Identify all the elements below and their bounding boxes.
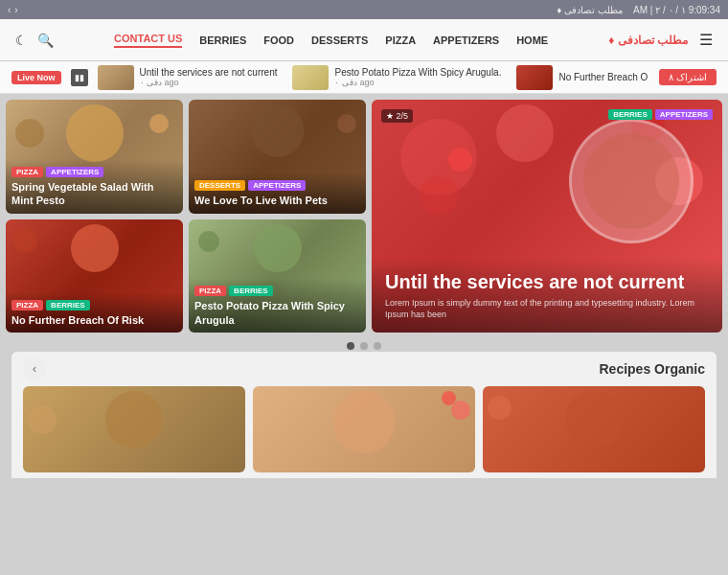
card-mid-1-title: We Love To Live With Pets: [194, 194, 360, 207]
food-decor: [13, 229, 37, 253]
nav-bar: ☾ 🔍 CONTACT US BERRIES FOOD DESSERTS PIZ…: [0, 19, 728, 61]
nav-contact-us[interactable]: CONTACT US: [114, 33, 182, 48]
food-decor: [251, 104, 304, 157]
card-left-2-tags: PIZZA BERRIES: [11, 300, 177, 310]
arrow-left-icon[interactable]: ‹: [8, 5, 11, 15]
right-featured-card[interactable]: ★ 2/5 BERRIES APPETIZERS Until the servi…: [372, 100, 722, 333]
recipe-card-3[interactable]: [483, 386, 705, 472]
top-bar: ‹ › 9:09:34 AM | ۲ / ۰ / ۱ مطلب تصادفی ♦: [0, 0, 728, 19]
card-left-2[interactable]: PIZZA BERRIES No Further Breach Of Risk: [6, 219, 183, 334]
live-item-3-content: No Further Breach O: [558, 72, 648, 82]
slider-dot-2[interactable]: [360, 342, 368, 350]
nav-appetizers[interactable]: APPETIZERS: [433, 34, 499, 46]
nav-food[interactable]: FOOD: [263, 34, 294, 46]
food-decor: [448, 148, 472, 172]
recipes-title: Recipes Organic: [600, 361, 706, 377]
nav-right-icons: مطلب تصادفی ♦ ☰: [608, 31, 713, 49]
recipe-card-1-visual: [23, 386, 245, 472]
live-item-3-text: No Further Breach O: [558, 72, 648, 82]
right-tag-appetizers: APPETIZERS: [655, 109, 713, 120]
moon-icon[interactable]: ☾: [15, 33, 28, 48]
recipe-card-2[interactable]: [253, 386, 475, 472]
food-decor: [66, 104, 124, 162]
recipe-card-2-visual: [253, 386, 475, 472]
live-item-2: Pesto Potato Pizza With Spicy Arugula. ۰…: [292, 65, 501, 90]
right-card-desc: Lorem Ipsum is simply dummy text of the …: [385, 297, 709, 321]
card-mid-2-title: Pesto Potato Pizza With Spicy Arugula: [194, 299, 360, 327]
food-decor: [420, 176, 458, 215]
live-item-2-text: Pesto Potato Pizza With Spicy Arugula.: [334, 67, 501, 78]
food-decor: [451, 401, 470, 420]
right-card-rating: ★ 2/5: [381, 109, 413, 123]
live-item-2-time: ۰ دقی ago: [334, 78, 501, 87]
slider-dot-3[interactable]: [374, 342, 381, 350]
recipes-header: ‹ Recipes Organic: [23, 357, 705, 380]
tag-berries-2: BERRIES: [46, 300, 90, 310]
nav-berries[interactable]: BERRIES: [199, 34, 246, 46]
food-decor: [333, 391, 396, 453]
recipes-grid: [23, 386, 705, 472]
arabic-nav-text: مطلب تصادفی ♦: [557, 5, 623, 15]
top-bar-arrows[interactable]: ‹ ›: [8, 5, 18, 15]
nav-pizza[interactable]: PIZZA: [385, 34, 416, 46]
search-icon[interactable]: 🔍: [37, 33, 54, 48]
food-decor: [488, 396, 512, 420]
right-card-overlay: Until the services are not current Lorem…: [372, 259, 722, 333]
pause-button[interactable]: ▮▮: [71, 69, 88, 86]
tag-pizza-3: PIZZA: [194, 286, 226, 296]
datetime-text: 9:09:34 AM | ۲ / ۰ / ۱: [633, 5, 720, 15]
card-left-1-title: Spring Vegetable Salad With Mint Pesto: [11, 180, 177, 208]
live-item-1-time: ۰ دقی ago: [140, 78, 278, 87]
arrow-right-icon[interactable]: ›: [14, 5, 17, 15]
recipe-card-1[interactable]: [23, 386, 245, 472]
card-left-1-overlay: PIZZA APPETIZERS Spring Vegetable Salad …: [6, 159, 183, 214]
middle-column: DESSERTS APPETIZERS We Love To Live With…: [189, 100, 366, 333]
main-content: PIZZA APPETIZERS Spring Vegetable Salad …: [0, 94, 728, 338]
tag-pizza-2: PIZZA: [11, 300, 43, 310]
nav-links: CONTACT US BERRIES FOOD DESSERTS PIZZA A…: [114, 33, 548, 48]
tag-food-1: DESSERTS: [194, 180, 245, 191]
card-left-1-tags: PIZZA APPETIZERS: [11, 167, 177, 177]
live-item-3-image: [516, 65, 553, 90]
food-decor: [198, 231, 219, 252]
card-mid-2[interactable]: PIZZA BERRIES Pesto Potato Pizza With Sp…: [189, 219, 366, 334]
hamburger-icon[interactable]: ☰: [699, 31, 713, 49]
card-mid-2-overlay: PIZZA BERRIES Pesto Potato Pizza With Sp…: [189, 278, 366, 333]
live-item-2-content: Pesto Potato Pizza With Spicy Arugula. ۰…: [334, 67, 501, 87]
recipes-prev-button[interactable]: ‹: [23, 357, 46, 380]
food-decor: [442, 391, 456, 405]
nav-home[interactable]: HOME: [516, 34, 548, 46]
food-decor: [71, 224, 119, 272]
card-left-2-title: No Further Breach Of Risk: [11, 313, 177, 327]
live-item-2-image: [292, 65, 329, 90]
left-column: PIZZA APPETIZERS Spring Vegetable Salad …: [6, 100, 183, 333]
tag-berries-3: BERRIES: [229, 286, 273, 296]
food-decor: [337, 114, 356, 133]
recipes-section: ‹ Recipes Organic: [11, 352, 717, 478]
card-left-2-overlay: PIZZA BERRIES No Further Breach Of Risk: [6, 292, 183, 333]
food-decor: [15, 119, 44, 148]
card-mid-1-tags: DESSERTS APPETIZERS: [194, 180, 360, 191]
food-decor: [565, 391, 623, 448]
arabic-subscribe-button[interactable]: اشتراک ۸: [659, 69, 717, 85]
live-item-1-image: [98, 65, 134, 90]
card-left-1[interactable]: PIZZA APPETIZERS Spring Vegetable Salad …: [6, 100, 183, 214]
food-decor: [496, 104, 554, 162]
card-mid-1[interactable]: DESSERTS APPETIZERS We Love To Live With…: [189, 100, 366, 214]
top-bar-datetime: 9:09:34 AM | ۲ / ۰ / ۱ مطلب تصادفی ♦: [557, 5, 720, 15]
plate-inner: [583, 133, 679, 229]
tag-appetizers-2: APPETIZERS: [248, 180, 306, 191]
live-item-3: No Further Breach O: [516, 65, 648, 90]
tag-pizza-1: PIZZA: [11, 167, 43, 177]
slider-dot-1[interactable]: [347, 342, 354, 350]
live-item-1: Until the services are not current ۰ دقی…: [98, 65, 278, 90]
food-decor: [149, 114, 169, 133]
card-mid-2-tags: PIZZA BERRIES: [194, 286, 360, 296]
arrow-left-icon: ‹: [33, 362, 36, 376]
slider-dots: [0, 338, 728, 352]
nav-desserts[interactable]: DESSERTS: [311, 34, 368, 46]
live-item-1-content: Until the services are not current ۰ دقی…: [140, 67, 278, 87]
live-item-1-text: Until the services are not current: [140, 67, 278, 78]
live-badge: Live Now: [11, 71, 61, 84]
nav-icons-left: ☾ 🔍: [15, 33, 54, 48]
